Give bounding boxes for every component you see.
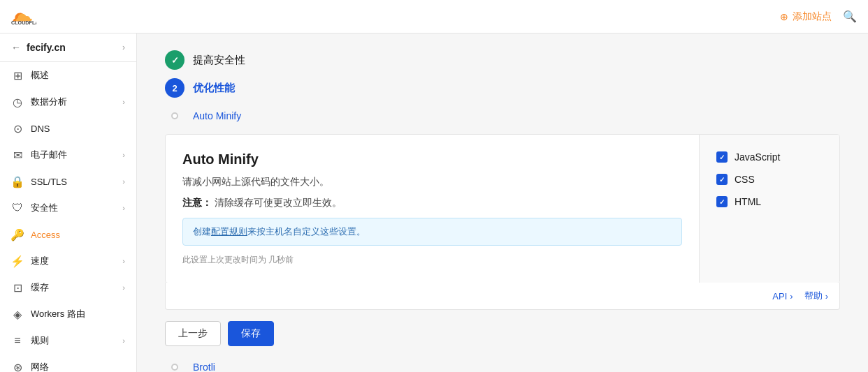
card-note-prefix: 注意： [182, 197, 212, 208]
sidebar-label-access: Access [31, 230, 125, 240]
network-icon: ⊛ [11, 361, 24, 372]
auto-minify-card: Auto Minify 请减小网站上源代码的文件大小。 注意： 清除缓存可使更改… [165, 134, 840, 283]
brotli-dot-inner [171, 364, 178, 371]
checkbox-css-box[interactable] [716, 174, 728, 185]
chevron-icon: › [122, 98, 125, 106]
sidebar-label-cache: 缓存 [31, 281, 115, 294]
topnav-right: ⊕ 添加站点 🔍 [780, 10, 857, 23]
rules-icon: ≡ [11, 334, 24, 347]
step-2-label: 优化性能 [193, 82, 235, 95]
key-icon: 🔑 [11, 228, 24, 241]
sidebar-item-ssl[interactable]: 🔒 SSL/TLS › [0, 168, 136, 195]
sidebar-label-security: 安全性 [31, 202, 115, 214]
help-chevron-icon: › [825, 291, 828, 302]
sidebar-label-email: 电子邮件 [31, 149, 115, 161]
sidebar-label-network: 网络 [31, 361, 125, 372]
sidebar-item-access[interactable]: 🔑 Access [0, 221, 136, 248]
brotli-row: Brotli [165, 357, 840, 372]
chevron-icon: › [122, 177, 125, 186]
action-buttons: 上一步 保存 [165, 321, 840, 346]
sidebar-header: ← fecify.cn › [0, 34, 136, 62]
sidebar-item-rules[interactable]: ≡ 规则 › [0, 327, 136, 354]
card-left: Auto Minify 请减小网站上源代码的文件大小。 注意： 清除缓存可使更改… [166, 135, 700, 283]
lock-icon: 🔒 [11, 175, 24, 188]
email-icon: ✉ [11, 149, 24, 161]
chevron-icon: › [122, 336, 125, 345]
save-button[interactable]: 保存 [228, 321, 274, 346]
card-note: 注意： 清除缓存可使更改立即生效。 [182, 197, 682, 209]
sidebar-label-overview: 概述 [31, 69, 125, 82]
checkbox-html-box[interactable] [716, 196, 728, 207]
card-title: Auto Minify [182, 151, 682, 168]
step-1-label: 提高安全性 [193, 54, 245, 67]
brotli-dot [165, 357, 185, 372]
cache-icon: ⊡ [11, 281, 24, 294]
checkbox-css-label: CSS [735, 174, 755, 185]
info-box-suffix: 来按主机名自定义这些设置。 [247, 226, 366, 237]
shield-icon: 🛡 [11, 202, 24, 214]
sidebar-item-email[interactable]: ✉ 电子邮件 › [0, 142, 136, 168]
sidebar-label-rules: 规则 [31, 334, 115, 347]
help-label: 帮助 [804, 290, 823, 302]
api-link[interactable]: API › [772, 290, 793, 302]
back-step-button[interactable]: 上一步 [165, 321, 221, 346]
config-rules-link[interactable]: 配置规则 [211, 226, 247, 237]
step-2-circle: 2 [165, 78, 185, 98]
sidebar-item-analytics[interactable]: ◷ 数据分析 › [0, 89, 136, 115]
top-navigation: CLOUDFLARE ⊕ 添加站点 🔍 [0, 0, 868, 34]
help-link[interactable]: 帮助 › [804, 290, 828, 302]
sidebar-label-analytics: 数据分析 [31, 96, 115, 108]
card-right: JavaScript CSS HTML [700, 135, 839, 283]
card-info-box: 创建配置规则来按主机名自定义这些设置。 [182, 218, 682, 246]
lightning-icon: ⚡ [11, 255, 24, 267]
brotli-label[interactable]: Brotli [193, 362, 215, 372]
chevron-icon: › [122, 204, 125, 212]
sidebar-item-cache[interactable]: ⊡ 缓存 › [0, 274, 136, 301]
step-1-circle: ✓ [165, 50, 185, 70]
substep-minify-label[interactable]: Auto Minify [193, 110, 241, 121]
sidebar-item-network[interactable]: ⊛ 网络 [0, 354, 136, 372]
chevron-icon: › [122, 283, 125, 292]
search-button[interactable]: 🔍 [843, 10, 857, 23]
sidebar-item-security[interactable]: 🛡 安全性 › [0, 195, 136, 221]
card-note-text: 清除缓存可使更改立即生效。 [215, 197, 342, 208]
content-area: ✓ 提高安全性 2 优化性能 Auto Minify Auto Minify 请… [137, 34, 868, 372]
step-1-row: ✓ 提高安全性 [165, 50, 840, 70]
svg-text:CLOUDFLARE: CLOUDFLARE [11, 19, 36, 24]
sidebar-label-ssl: SSL/TLS [31, 177, 115, 187]
checkbox-html-label: HTML [735, 196, 761, 207]
checkbox-css[interactable]: CSS [716, 174, 823, 185]
chevron-icon: › [122, 257, 125, 265]
checkbox-javascript[interactable]: JavaScript [716, 151, 823, 163]
main-layout: ← fecify.cn › ⊞ 概述 ◷ 数据分析 › ⊙ DNS ✉ 电子邮件… [0, 34, 868, 372]
cloudflare-logo: CLOUDFLARE [11, 8, 36, 25]
info-box-prefix: 创建 [193, 226, 211, 237]
sidebar-item-dns[interactable]: ⊙ DNS [0, 115, 136, 142]
card-timestamp: 此设置上次更改时间为 几秒前 [182, 254, 682, 266]
plus-icon: ⊕ [780, 11, 788, 22]
expand-icon: › [122, 43, 125, 52]
site-name: fecify.cn [27, 42, 117, 53]
substep-dot-inner [171, 112, 178, 119]
sidebar-label-speed: 速度 [31, 255, 115, 267]
checkbox-html[interactable]: HTML [716, 196, 823, 207]
sidebar-item-speed[interactable]: ⚡ 速度 › [0, 248, 136, 274]
sidebar-label-workers: Workers 路由 [31, 308, 125, 320]
sidebar-item-workers[interactable]: ◈ Workers 路由 [0, 301, 136, 327]
workers-icon: ◈ [11, 308, 24, 320]
back-button[interactable]: ← [11, 42, 21, 53]
checkbox-js-box[interactable] [716, 151, 728, 163]
card-description: 请减小网站上源代码的文件大小。 [182, 176, 682, 188]
topnav-left: CLOUDFLARE [11, 8, 36, 25]
cloudflare-logo-icon: CLOUDFLARE [11, 8, 36, 25]
substep-minify-row: Auto Minify [165, 106, 840, 126]
card-footer: API › 帮助 › [165, 283, 840, 310]
checkbox-js-label: JavaScript [735, 151, 780, 163]
api-chevron-icon: › [790, 291, 793, 302]
sidebar-item-overview[interactable]: ⊞ 概述 [0, 62, 136, 89]
chart-icon: ◷ [11, 96, 24, 108]
sidebar-label-dns: DNS [31, 124, 125, 134]
chevron-icon: › [122, 151, 125, 159]
dns-icon: ⊙ [11, 122, 24, 135]
add-site-button[interactable]: ⊕ 添加站点 [780, 10, 832, 23]
